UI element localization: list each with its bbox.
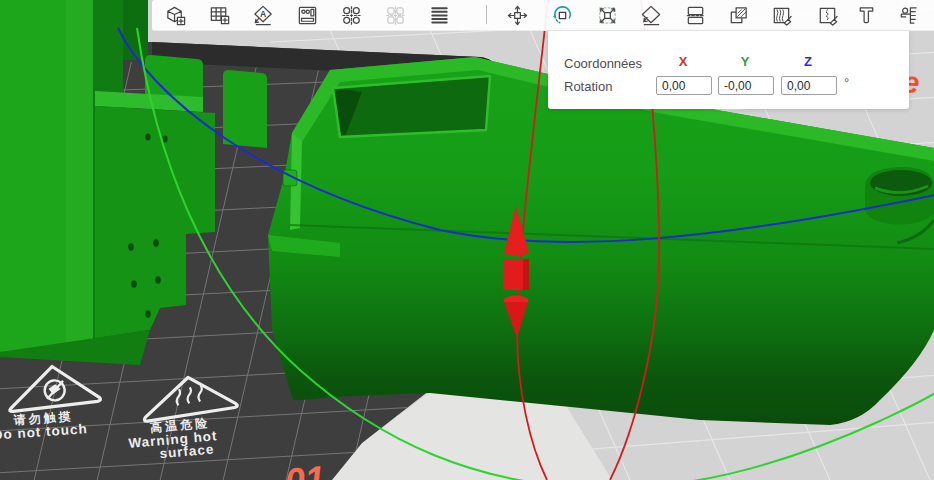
degree-unit-label: ° bbox=[844, 75, 849, 90]
coordinates-label: Coordonnées bbox=[564, 56, 642, 71]
rotation-x-input[interactable] bbox=[656, 76, 712, 95]
cockpit-recess bbox=[333, 76, 490, 137]
split-objects-icon[interactable] bbox=[382, 2, 408, 28]
move-icon[interactable] bbox=[504, 2, 530, 28]
axis-z-label: Z bbox=[798, 54, 818, 69]
rotate-icon[interactable] bbox=[549, 2, 575, 28]
rotation-z-input[interactable] bbox=[781, 76, 837, 95]
fuzzy-skin-icon[interactable] bbox=[768, 2, 794, 28]
rotation-y-input[interactable] bbox=[718, 76, 774, 95]
paint-support-icon[interactable] bbox=[725, 2, 751, 28]
toolbar-separator bbox=[486, 5, 487, 24]
slicer-window: 请勿触摸 Do not touch 高温危险 Warning hot surfa… bbox=[0, 0, 934, 480]
auto-orient-icon[interactable]: A bbox=[250, 2, 276, 28]
fill-plate-icon[interactable] bbox=[338, 2, 364, 28]
coordinates-panel: Coordonnées X Y Z Rotation ° bbox=[548, 31, 909, 109]
axis-x-label: X bbox=[673, 54, 693, 69]
variable-layer-height-icon[interactable] bbox=[426, 2, 452, 28]
plate-number: 01 bbox=[283, 458, 326, 480]
cut-icon[interactable] bbox=[682, 2, 708, 28]
scale-icon[interactable] bbox=[594, 2, 620, 28]
svg-text:A: A bbox=[259, 9, 265, 19]
main-toolbar: A bbox=[152, 0, 934, 31]
place-on-face-icon[interactable] bbox=[638, 2, 664, 28]
add-plate-icon[interactable] bbox=[206, 2, 232, 28]
rotation-label: Rotation bbox=[564, 79, 612, 94]
add-object-icon[interactable] bbox=[162, 2, 188, 28]
axis-y-label: Y bbox=[735, 54, 755, 69]
arrange-icon[interactable] bbox=[294, 2, 320, 28]
text-icon[interactable] bbox=[853, 2, 879, 28]
seam-paint-icon[interactable] bbox=[814, 2, 840, 28]
measure-icon[interactable] bbox=[895, 2, 921, 28]
